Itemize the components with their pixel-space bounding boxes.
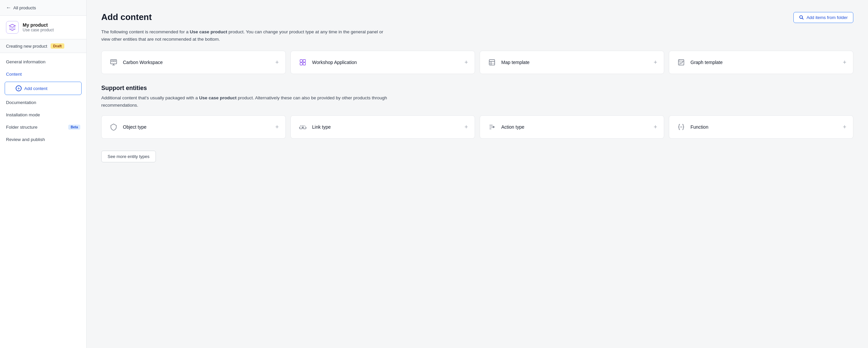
workshop-icon bbox=[298, 57, 308, 68]
svg-rect-15 bbox=[679, 60, 684, 65]
add-items-from-folder-button[interactable]: Add items from folder bbox=[794, 12, 854, 23]
sidebar-item-general[interactable]: General information bbox=[0, 56, 86, 68]
action-type-label: Action type bbox=[501, 124, 524, 130]
map-template-label: Map template bbox=[501, 60, 530, 65]
function-label: Function bbox=[690, 124, 709, 130]
card-carbon-workspace[interactable]: Carbon Workspace + bbox=[101, 51, 286, 74]
carbon-workspace-label: Carbon Workspace bbox=[123, 60, 163, 65]
link-type-icon bbox=[298, 122, 308, 132]
card-action-type[interactable]: Action type + bbox=[479, 115, 664, 139]
object-type-label: Object type bbox=[123, 124, 147, 130]
function-add-icon: + bbox=[843, 124, 846, 130]
svg-point-0 bbox=[800, 16, 802, 18]
sidebar-item-installation[interactable]: Installation mode bbox=[0, 109, 86, 121]
workshop-application-add-icon: + bbox=[464, 59, 468, 66]
function-icon bbox=[676, 122, 686, 132]
content-cards-row: Carbon Workspace + Workshop Application … bbox=[101, 51, 854, 74]
product-name: My product bbox=[23, 22, 54, 28]
sidebar: ← All products My product Use case produ… bbox=[0, 0, 87, 348]
main-header: Add content Add items from folder bbox=[101, 12, 854, 23]
status-bar: Creating new product Draft bbox=[0, 39, 86, 53]
draft-badge: Draft bbox=[51, 44, 65, 49]
graph-template-add-icon: + bbox=[843, 59, 846, 66]
sidebar-item-add-content[interactable]: + Add content bbox=[5, 82, 82, 95]
svg-rect-9 bbox=[300, 63, 303, 65]
svg-rect-6 bbox=[114, 61, 116, 62]
back-label: All products bbox=[13, 5, 36, 10]
add-circle-icon: + bbox=[16, 85, 22, 91]
search-icon bbox=[799, 15, 804, 20]
back-button[interactable]: ← All products bbox=[0, 0, 86, 16]
carbon-workspace-add-icon: + bbox=[275, 59, 279, 66]
card-link-type[interactable]: Link type + bbox=[290, 115, 475, 139]
sidebar-item-review[interactable]: Review and publish bbox=[0, 133, 86, 146]
sidebar-item-content[interactable]: Content bbox=[0, 68, 86, 80]
support-entities-title: Support entities bbox=[101, 85, 854, 92]
svg-rect-5 bbox=[112, 61, 114, 62]
svg-rect-8 bbox=[303, 60, 305, 62]
map-template-add-icon: + bbox=[653, 59, 657, 66]
svg-rect-10 bbox=[303, 63, 305, 65]
object-type-add-icon: + bbox=[275, 124, 279, 130]
product-details: My product Use case product bbox=[23, 22, 54, 32]
workshop-application-label: Workshop Application bbox=[312, 60, 357, 65]
page-title: Add content bbox=[101, 12, 152, 22]
support-entities-description: Additional content that's usually packag… bbox=[101, 94, 388, 109]
card-workshop-application[interactable]: Workshop Application + bbox=[290, 51, 475, 74]
svg-line-1 bbox=[802, 18, 804, 19]
action-type-icon bbox=[487, 122, 497, 132]
card-map-template[interactable]: Map template + bbox=[479, 51, 664, 74]
link-type-label: Link type bbox=[312, 124, 331, 130]
map-template-icon bbox=[487, 57, 497, 68]
main-description: The following content is recommended for… bbox=[101, 28, 388, 43]
card-function[interactable]: Function + bbox=[669, 115, 854, 139]
cube-icon bbox=[9, 24, 16, 31]
sidebar-item-folder[interactable]: Folder structure Beta bbox=[0, 121, 86, 133]
product-type: Use case product bbox=[23, 28, 54, 32]
beta-badge: Beta bbox=[68, 125, 80, 130]
status-text: Creating new product bbox=[6, 44, 47, 49]
entity-cards-row: Object type + Link type + bbox=[101, 115, 854, 139]
workspace-icon bbox=[108, 57, 119, 68]
action-type-add-icon: + bbox=[653, 124, 657, 130]
card-graph-template[interactable]: Graph template + bbox=[669, 51, 854, 74]
graph-template-icon bbox=[676, 57, 686, 68]
sidebar-item-documentation[interactable]: Documentation bbox=[0, 96, 86, 109]
object-type-icon bbox=[108, 122, 119, 132]
main-content: Add content Add items from folder The fo… bbox=[87, 0, 868, 348]
product-icon bbox=[6, 21, 19, 34]
back-arrow-icon: ← bbox=[6, 5, 11, 11]
svg-rect-7 bbox=[300, 60, 303, 62]
card-object-type[interactable]: Object type + bbox=[101, 115, 286, 139]
product-info: My product Use case product bbox=[0, 16, 86, 39]
link-type-add-icon: + bbox=[464, 124, 468, 130]
see-more-entity-types-button[interactable]: See more entity types bbox=[101, 151, 156, 162]
graph-template-label: Graph template bbox=[690, 60, 723, 65]
svg-rect-11 bbox=[489, 60, 495, 65]
sidebar-nav: General information Content + Add conten… bbox=[0, 53, 86, 348]
